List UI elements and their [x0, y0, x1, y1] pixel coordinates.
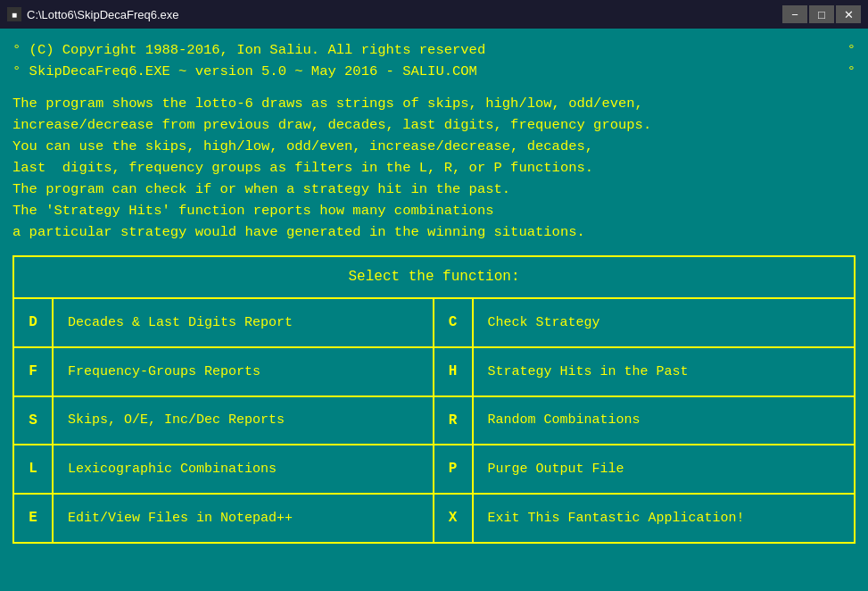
- main-window: ■ C:\Lotto6\SkipDecaFreq6.exe − □ ✕ ° (C…: [0, 0, 868, 591]
- menu-key-d: D: [14, 299, 54, 346]
- menu-label-e[interactable]: Edit/View Files in Notepad++: [54, 495, 433, 542]
- desc-line-8: a particular strategy would have generat…: [12, 221, 856, 243]
- menu-header: Select the function:: [14, 257, 854, 299]
- title-bar-controls: − □ ✕: [782, 5, 861, 23]
- maximize-button[interactable]: □: [809, 5, 834, 23]
- menu-label-c[interactable]: Check Strategy: [474, 299, 855, 346]
- menu-label-d[interactable]: Decades & Last Digits Report: [54, 299, 433, 346]
- desc-line-7: The 'Strategy Hits' function reports how…: [12, 200, 856, 221]
- function-menu: Select the function: D Decades & Last Di…: [12, 255, 856, 544]
- title-bar-left: ■ C:\Lotto6\SkipDecaFreq6.exe: [7, 7, 179, 21]
- menu-key-s: S: [14, 397, 54, 445]
- menu-label-s[interactable]: Skips, O/E, Inc/Dec Reports: [54, 397, 433, 445]
- menu-grid: D Decades & Last Digits Report C Check S…: [14, 299, 854, 542]
- menu-item-s[interactable]: S Skips, O/E, Inc/Dec Reports: [14, 397, 434, 446]
- menu-label-x[interactable]: Exit This Fantastic Application!: [474, 495, 855, 542]
- menu-key-x: X: [434, 495, 474, 542]
- desc-line-4: last digits, frequency groups as filters…: [12, 157, 856, 179]
- menu-item-r[interactable]: R Random Combinations: [434, 397, 855, 446]
- desc-line-2: increase/decrease from previous draw, de…: [12, 114, 856, 136]
- header-text-2: ° SkipDecaFreq6.EXE ~ version 5.0 ~ May …: [12, 61, 477, 82]
- menu-key-e: E: [14, 495, 54, 542]
- header-line-2: ° SkipDecaFreq6.EXE ~ version 5.0 ~ May …: [12, 61, 856, 82]
- header-text-1: ° (C) Copyright 1988-2016, Ion Saliu. Al…: [12, 39, 485, 61]
- menu-key-r: R: [434, 397, 474, 445]
- menu-item-p[interactable]: P Purge Output File: [434, 445, 855, 495]
- menu-item-x[interactable]: X Exit This Fantastic Application!: [434, 495, 855, 542]
- title-bar: ■ C:\Lotto6\SkipDecaFreq6.exe − □ ✕: [0, 0, 868, 29]
- menu-key-c: C: [434, 299, 474, 346]
- desc-line-3: You can use the skips, high/low, odd/eve…: [12, 136, 856, 157]
- menu-item-e[interactable]: E Edit/View Files in Notepad++: [14, 495, 434, 542]
- desc-line-1: The program shows the lotto-6 draws as s…: [12, 93, 856, 114]
- window-title: C:\Lotto6\SkipDecaFreq6.exe: [27, 8, 179, 21]
- main-content: ° (C) Copyright 1988-2016, Ion Saliu. Al…: [0, 29, 868, 591]
- menu-item-d[interactable]: D Decades & Last Digits Report: [14, 299, 434, 348]
- menu-label-h[interactable]: Strategy Hits in the Past: [474, 348, 855, 395]
- header-lines: ° (C) Copyright 1988-2016, Ion Saliu. Al…: [12, 39, 856, 82]
- menu-key-l: L: [14, 445, 54, 493]
- menu-label-l[interactable]: Lexicographic Combinations: [54, 445, 433, 493]
- menu-key-f: F: [14, 348, 54, 395]
- menu-label-p[interactable]: Purge Output File: [474, 445, 855, 493]
- menu-label-f[interactable]: Frequency-Groups Reports: [54, 348, 433, 395]
- header-dot-2: °: [847, 61, 856, 82]
- menu-item-h[interactable]: H Strategy Hits in the Past: [434, 348, 855, 397]
- close-button[interactable]: ✕: [836, 5, 861, 23]
- minimize-button[interactable]: −: [782, 5, 807, 23]
- menu-item-c[interactable]: C Check Strategy: [434, 299, 855, 348]
- header-dot-1: °: [847, 39, 856, 61]
- header-line-1: ° (C) Copyright 1988-2016, Ion Saliu. Al…: [12, 39, 856, 61]
- menu-label-r[interactable]: Random Combinations: [474, 397, 855, 445]
- desc-line-6: The program can check if or when a strat…: [12, 179, 856, 200]
- menu-key-p: P: [434, 445, 474, 493]
- description-block: The program shows the lotto-6 draws as s…: [12, 93, 856, 243]
- app-icon: ■: [7, 7, 21, 21]
- menu-key-h: H: [434, 348, 474, 395]
- menu-item-f[interactable]: F Frequency-Groups Reports: [14, 348, 434, 397]
- menu-item-l[interactable]: L Lexicographic Combinations: [14, 445, 434, 495]
